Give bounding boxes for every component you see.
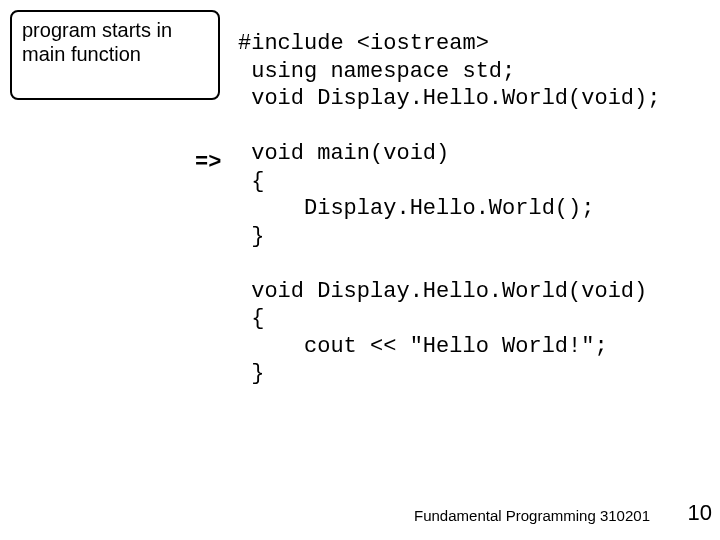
footer-label: Fundamental Programming 310201 bbox=[414, 507, 650, 524]
code-text: #include <iostream> using namespace std;… bbox=[238, 31, 660, 386]
callout-text: program starts in main function bbox=[22, 19, 172, 65]
code-block: #include <iostream> using namespace std;… bbox=[238, 30, 660, 388]
arrow-symbol: => bbox=[195, 150, 221, 175]
arrow-pointer: => bbox=[195, 150, 221, 175]
footer-text: Fundamental Programming 310201 bbox=[414, 507, 650, 524]
page-number: 10 bbox=[688, 500, 712, 526]
page-number-value: 10 bbox=[688, 500, 712, 525]
callout-box: program starts in main function bbox=[10, 10, 220, 100]
